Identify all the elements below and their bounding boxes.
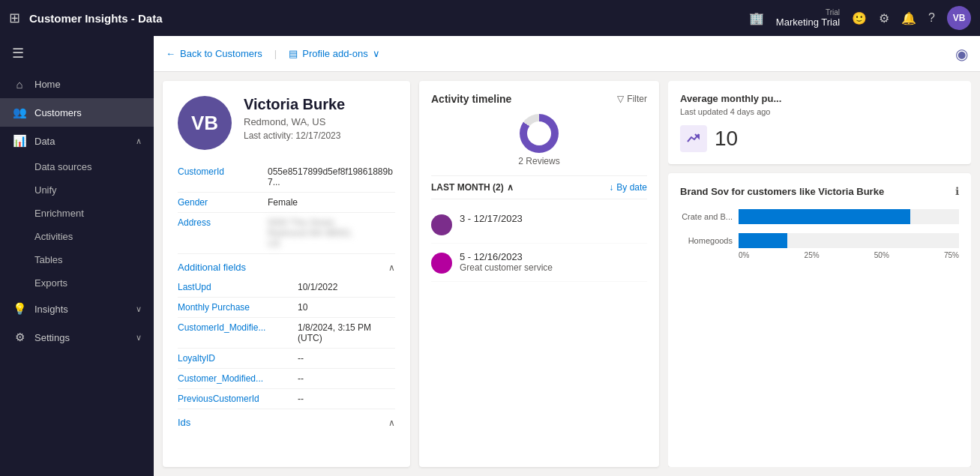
additional-fields-section-header[interactable]: Additional fields ∧ [178,254,395,277]
activity-dot-0 [431,214,452,235]
sidebar-item-insights[interactable]: 💡 Insights ∨ [0,295,154,323]
activity-entry-0: 3 - 12/17/2023 [431,205,647,244]
sidebar-item-settings[interactable]: ⚙ Settings ∨ [0,323,154,352]
sort-icon: ↓ [609,182,613,193]
profile-addons-button[interactable]: ▤ Profile add-ons ∨ [289,48,379,59]
user-avatar[interactable]: VB [947,6,971,30]
sidebar-hamburger[interactable]: ☰ [0,36,154,70]
activity-entry-content-0: 3 - 12/17/2023 [460,213,647,224]
avg-purchase-icon [680,125,707,152]
sidebar: ☰ ⌂ Home 👥 Customers 📊 Data ∧ Data sourc… [0,36,154,476]
sidebar-item-enrichment[interactable]: Enrichment [0,202,154,225]
customer-header: VB Victoria Burke Redmond, WA, US Last a… [178,96,395,150]
data-chevron-icon: ∧ [136,136,142,146]
nav-right-circle-icon[interactable]: ◉ [955,45,968,63]
customer-panel: VB Victoria Burke Redmond, WA, US Last a… [163,81,410,467]
customer-avatar: VB [178,96,232,150]
sidebar-item-tables[interactable]: Tables [0,248,154,271]
profile-addons-chevron-icon: ∨ [373,48,380,59]
filter-icon: ▽ [617,94,624,104]
topbar-right: 🏢 Trial Marketing Trial 🙂 ⚙ 🔔 ? VB [749,6,971,30]
filter-button[interactable]: ▽ Filter [617,94,647,104]
field-gender: Gender Female [178,193,395,213]
back-to-customers-button[interactable]: ← Back to Customers [166,48,262,59]
month-chevron-icon: ∧ [507,182,514,193]
avg-purchase-card: Average monthly pu... Last updated 4 day… [668,81,971,164]
month-filter: LAST MONTH (2) ∧ ↓ By date [431,175,647,199]
content-area: ← Back to Customers | ▤ Profile add-ons … [154,36,980,476]
bar-fill-0 [739,209,910,224]
address-value: 5000 This Street,Redmond WA 98052,US [268,217,353,249]
sidebar-item-data-sources[interactable]: Data sources [0,155,154,178]
emoji-icon[interactable]: 🙂 [852,11,867,25]
grid-icon[interactable]: ⊞ [9,10,20,26]
bar-chart: Crate and B... Homegoods [680,209,959,248]
notification-icon[interactable]: 🔔 [901,11,916,25]
customer-location: Redmond, WA, US [244,116,345,127]
sidebar-item-exports[interactable]: Exports [0,271,154,295]
settings-icon[interactable]: ⚙ [879,11,889,25]
additional-field-5: PreviousCustomerId -- [178,389,395,409]
bar-row-0: Crate and B... [680,209,959,224]
month-label[interactable]: LAST MONTH (2) ∧ [431,182,514,193]
additional-field-0: LastUpd 10/1/2022 [178,277,395,298]
customer-name: Victoria Burke [244,96,345,113]
field-address: Address 5000 This Street,Redmond WA 9805… [178,213,395,254]
insights-icon: 💡 [12,302,27,316]
panels-row: VB Victoria Burke Redmond, WA, US Last a… [154,72,980,476]
sidebar-item-unify[interactable]: Unify [0,178,154,202]
field-customer-id: CustomerId 055e8517899d5ef8f19861889b7..… [178,162,395,193]
activity-header: Activity timeline ▽ Filter [431,93,647,105]
insights-panel: Average monthly pu... Last updated 4 day… [668,81,971,467]
nav-divider: | [274,48,277,59]
bar-axis: 0% 25% 50% 75% [680,251,959,259]
sort-by-date-button[interactable]: ↓ By date [609,182,647,193]
activity-donut [520,114,559,153]
bar-label-0: Crate and B... [680,212,733,221]
secondary-nav: ← Back to Customers | ▤ Profile add-ons … [154,36,980,72]
bar-fill-1 [739,233,787,248]
sidebar-item-activities[interactable]: Activities [0,225,154,248]
brand-sov-card: Brand Sov for customers like Victoria Bu… [668,173,971,467]
additional-fields-chevron-icon: ∧ [388,262,395,273]
insights-chevron-icon: ∨ [136,304,142,314]
info-icon[interactable]: ℹ [955,185,959,197]
activity-donut-row: 2 Reviews [431,114,647,166]
activity-donut-inner [527,121,551,145]
customers-icon: 👥 [12,106,27,119]
topbar: ⊞ Customer Insights - Data 🏢 Trial Marke… [0,0,980,36]
ids-chevron-icon: ∧ [388,418,395,428]
home-icon: ⌂ [12,78,27,91]
help-icon[interactable]: ? [928,11,935,25]
sidebar-item-home[interactable]: ⌂ Home [0,70,154,98]
trial-badge: Trial Marketing Trial [776,8,840,28]
bar-row-1: Homegoods [680,233,959,248]
sidebar-item-customers[interactable]: 👥 Customers [0,98,154,127]
customer-fields: CustomerId 055e8517899d5ef8f19861889b7..… [178,162,395,254]
customer-last-activity: Last activity: 12/17/2023 [244,130,345,141]
customer-info: Victoria Burke Redmond, WA, US Last acti… [244,96,345,141]
additional-fields-list: LastUpd 10/1/2022 Monthly Purchase 10 Cu… [178,277,395,409]
additional-field-3: LoyaltyID -- [178,349,395,369]
app-title: Customer Insights - Data [29,12,740,25]
back-arrow-icon: ← [166,48,175,59]
bar-track-0 [739,209,959,224]
additional-field-2: CustomerId_Modifie... 1/8/2024, 3:15 PM … [178,318,395,349]
activity-entry-1: 5 - 12/16/2023 Great customer service [431,244,647,282]
bar-label-1: Homegoods [680,236,733,245]
activity-dot-1 [431,253,452,274]
profile-addons-icon: ▤ [289,48,298,59]
ids-section-header[interactable]: Ids ∧ [178,409,395,433]
sidebar-item-data[interactable]: 📊 Data ∧ [0,127,154,155]
data-icon: 📊 [12,134,27,148]
activity-entry-content-1: 5 - 12/16/2023 Great customer service [460,251,647,273]
avg-purchase-value-row: 10 [680,125,959,152]
brand-sov-header: Brand Sov for customers like Victoria Bu… [680,185,959,197]
settings-sidebar-icon: ⚙ [12,331,27,344]
settings-chevron-icon: ∨ [136,333,142,343]
additional-field-4: Customer_Modified... -- [178,369,395,389]
main-layout: ☰ ⌂ Home 👥 Customers 📊 Data ∧ Data sourc… [0,36,980,476]
activity-panel: Activity timeline ▽ Filter 2 Reviews LAS… [419,81,659,467]
bar-track-1 [739,233,959,248]
org-icon[interactable]: 🏢 [749,11,764,25]
